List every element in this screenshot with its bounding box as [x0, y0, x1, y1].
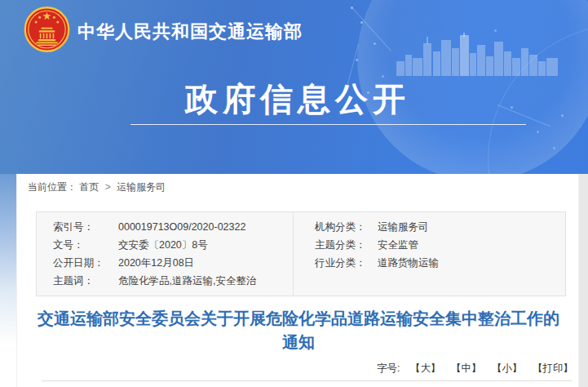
document-title: 交通运输部安全委员会关于开展危险化学品道路运输安全集中整治工作的通知 [33, 307, 564, 354]
font-large-button[interactable]: 【大】 [410, 363, 441, 374]
banner: 中华人民共和国交通运输部 政府信息公开 [0, 0, 588, 174]
breadcrumb-separator: > [105, 181, 111, 193]
font-small-button[interactable]: 【小】 [492, 363, 523, 374]
left-gradient-strip [0, 174, 16, 387]
breadcrumb-section-link[interactable]: 运输服务司 [117, 181, 166, 193]
page: 中华人民共和国交通运输部 政府信息公开 当前位置： 首页 > 运输服务司 索引号… [0, 0, 588, 387]
meta-value-keywords: 危险化学品,道路运输,安全整治 [118, 272, 565, 290]
meta-label-industry-category: 行业分类： [293, 254, 378, 272]
meta-label-publish-date: 公开日期： [53, 254, 118, 272]
breadcrumb-label: 当前位置： [28, 181, 77, 193]
national-emblem-icon [24, 6, 70, 53]
font-medium-button[interactable]: 【中】 [451, 363, 482, 374]
meta-label-doc-number: 文号： [53, 236, 118, 254]
font-size-label: 字号: [377, 363, 400, 374]
meta-label-topic-category: 主题分类： [293, 236, 378, 254]
meta-label-keywords: 主题词： [53, 272, 118, 290]
meta-table-divider [293, 212, 294, 296]
top-bar: 中华人民共和国交通运输部 [0, 0, 588, 59]
meta-value-publish-date: 2020年12月08日 [118, 254, 293, 272]
meta-value-index: 000019713O09/2020-02322 [118, 218, 293, 236]
site-title: 中华人民共和国交通运输部 [77, 20, 303, 44]
document-meta-table: 索引号： 000019713O09/2020-02322 机构分类： 运输服务司… [36, 211, 566, 296]
meta-label-org-category: 机构分类： [293, 218, 378, 236]
print-button[interactable]: 【打印】 [533, 363, 573, 374]
breadcrumb: 当前位置： 首页 > 运输服务司 [28, 180, 166, 194]
meta-value-org-category: 运输服务司 [378, 218, 565, 236]
banner-title: 政府信息公开 [69, 77, 526, 122]
content-divider [42, 380, 572, 381]
meta-value-doc-number: 交安委〔2020〕8号 [118, 236, 293, 254]
banner-underline [130, 124, 526, 125]
meta-value-industry-category: 道路货物运输 [378, 254, 565, 272]
breadcrumb-home-link[interactable]: 首页 [79, 181, 99, 193]
right-background-strip [579, 174, 588, 387]
font-size-toolbar: 字号: 【大】 【中】 【小】 【打印】 [377, 362, 573, 376]
meta-label-index: 索引号： [53, 218, 118, 236]
content-panel: 当前位置： 首页 > 运输服务司 索引号： 000019713O09/2020-… [16, 174, 579, 387]
meta-value-topic-category: 安全监管 [378, 236, 565, 254]
